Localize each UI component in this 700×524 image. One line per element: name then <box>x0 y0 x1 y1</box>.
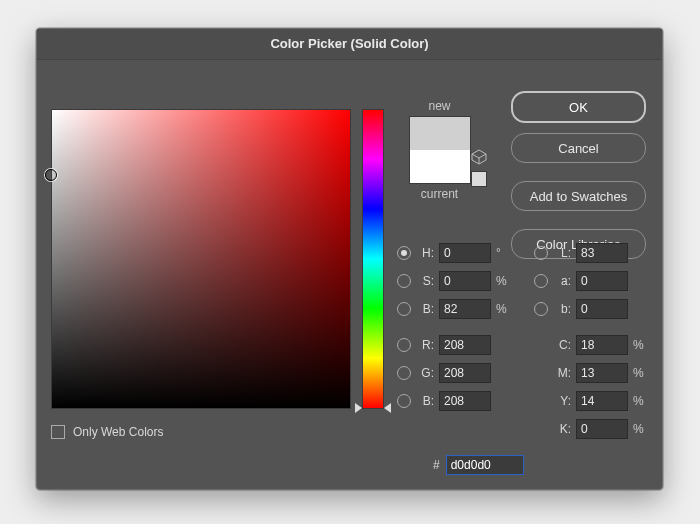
input-bv[interactable] <box>439 299 491 319</box>
radio-bc[interactable] <box>397 394 411 408</box>
label-k: K: <box>553 422 571 436</box>
label-b: b: <box>553 302 571 316</box>
hue-slider[interactable] <box>362 109 384 409</box>
unit-s: % <box>496 274 510 288</box>
input-k[interactable] <box>576 419 628 439</box>
input-y[interactable] <box>576 391 628 411</box>
label-bv: B: <box>416 302 434 316</box>
add-to-swatches-button[interactable]: Add to Swatches <box>511 181 646 211</box>
unit-m: % <box>633 366 647 380</box>
hex-label: # <box>433 458 440 472</box>
radio-l[interactable] <box>534 246 548 260</box>
only-web-colors-label: Only Web Colors <box>73 425 163 439</box>
input-b[interactable] <box>576 299 628 319</box>
input-l[interactable] <box>576 243 628 263</box>
input-a[interactable] <box>576 271 628 291</box>
label-r: R: <box>416 338 434 352</box>
current-label: current <box>397 187 482 201</box>
current-color-swatch[interactable] <box>410 150 470 183</box>
input-m[interactable] <box>576 363 628 383</box>
hex-input[interactable] <box>446 455 524 475</box>
new-color-swatch[interactable] <box>410 117 470 150</box>
hue-handle-left[interactable] <box>355 403 362 413</box>
cube-icon[interactable] <box>471 149 487 165</box>
dialog-title: Color Picker (Solid Color) <box>37 29 662 60</box>
unit-h: ° <box>496 246 510 260</box>
label-c: C: <box>553 338 571 352</box>
label-y: Y: <box>553 394 571 408</box>
hue-handle-right[interactable] <box>384 403 391 413</box>
preview-square-icon[interactable] <box>471 171 487 187</box>
radio-s[interactable] <box>397 274 411 288</box>
radio-h[interactable] <box>397 246 411 260</box>
label-l: L: <box>553 246 571 260</box>
ok-button[interactable]: OK <box>511 91 646 123</box>
radio-a[interactable] <box>534 274 548 288</box>
input-r[interactable] <box>439 335 491 355</box>
cancel-button[interactable]: Cancel <box>511 133 646 163</box>
label-h: H: <box>416 246 434 260</box>
radio-bv[interactable] <box>397 302 411 316</box>
input-h[interactable] <box>439 243 491 263</box>
unit-bv: % <box>496 302 510 316</box>
color-swatches <box>409 116 471 184</box>
label-bc: B: <box>416 394 434 408</box>
radio-g[interactable] <box>397 366 411 380</box>
only-web-colors-checkbox[interactable] <box>51 425 65 439</box>
input-g[interactable] <box>439 363 491 383</box>
label-s: S: <box>416 274 434 288</box>
radio-r[interactable] <box>397 338 411 352</box>
new-label: new <box>397 99 482 113</box>
input-c[interactable] <box>576 335 628 355</box>
radio-b[interactable] <box>534 302 548 316</box>
unit-c: % <box>633 338 647 352</box>
input-s[interactable] <box>439 271 491 291</box>
input-bc[interactable] <box>439 391 491 411</box>
label-m: M: <box>553 366 571 380</box>
saturation-brightness-field[interactable] <box>51 109 351 409</box>
unit-y: % <box>633 394 647 408</box>
label-a: a: <box>553 274 571 288</box>
sv-cursor[interactable] <box>45 169 57 181</box>
unit-k: % <box>633 422 647 436</box>
color-picker-dialog: Color Picker (Solid Color) new current O… <box>36 28 663 490</box>
label-g: G: <box>416 366 434 380</box>
